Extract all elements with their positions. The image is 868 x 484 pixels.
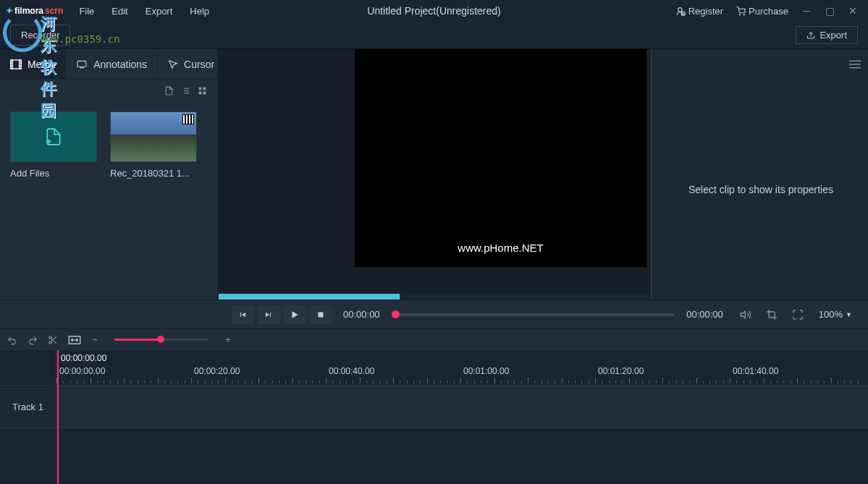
tick-mark [736,381,737,383]
fullscreen-button[interactable] [787,305,809,324]
tick-mark [669,381,670,383]
playback-bar: 00:00:00 00:00:00 100% ▼ [0,300,868,328]
undo-button[interactable] [7,335,20,345]
list-view-icon[interactable] [181,86,190,95]
register-link[interactable]: Register [672,4,728,18]
track-row[interactable]: Track 1 [0,385,868,428]
tick-mark [360,378,361,383]
tick-mark [434,381,434,383]
next-frame-button[interactable] [258,305,279,324]
preview-zoom[interactable]: 100% ▼ [813,309,858,320]
tick-mark [447,381,447,383]
stop-button[interactable] [310,305,332,324]
tick-mark [340,381,340,383]
crop-button[interactable] [761,305,783,324]
tick-mark [487,381,488,383]
menu-export[interactable]: Export [138,3,180,20]
media-clip-thumb [110,111,197,162]
current-time: 00:00:00 [336,309,387,320]
add-files-thumb [10,111,97,162]
timeline-ruler[interactable]: 00:00:00.00 00:00:00.00 00:00:20.00 00:0… [0,350,868,385]
svg-rect-18 [199,87,202,90]
ruler-ticks: 00:00:00.00 00:00:20.00 00:00:40.00 00:0… [56,366,868,383]
redo-button[interactable] [28,335,41,345]
tick-mark [589,381,589,383]
add-files-label: Add Files [10,168,97,179]
close-button[interactable]: ✕ [843,4,862,18]
tick-mark [542,381,542,383]
tick-mark [716,381,717,383]
cursor-icon [168,59,178,69]
preview-zoom-value: 100% [819,309,843,320]
seek-bar[interactable] [392,313,675,316]
media-clip-item[interactable]: Rec_20180321 1... [110,111,197,179]
media-grid: Add Files Rec_20180321 1... [0,101,217,189]
zoom-out-button[interactable]: − [88,334,101,345]
svg-point-2 [739,14,740,14]
cut-button[interactable] [48,335,61,345]
zoom-slider[interactable] [114,339,208,341]
fit-button[interactable] [68,335,81,345]
tick-label: 00:01:40.00 [733,366,778,376]
play-button[interactable] [284,305,306,324]
export-label: Export [819,30,847,41]
tick-mark [252,381,253,383]
track-header-col [0,350,56,385]
tick-mark [649,381,649,383]
zoom-slider-fill [114,339,157,341]
tick-mark [407,381,408,383]
recorder-button[interactable]: Recorder [10,25,70,46]
tick-mark [279,381,279,383]
media-clip-label: Rec_20180321 1... [110,168,197,179]
tick-mark [285,381,286,383]
tick-mark [198,381,198,383]
tab-cursor[interactable]: Cursor [158,49,225,79]
zoom-in-button[interactable]: + [222,334,235,345]
menu-help[interactable]: Help [182,3,216,20]
seek-handle[interactable] [392,310,400,318]
tab-annotations-label: Annotations [93,59,147,70]
add-files-item[interactable]: Add Files [10,111,97,179]
preview-canvas[interactable]: www.pHome.NET [219,49,652,300]
tick-mark [205,381,206,383]
menu-icon[interactable] [849,60,861,69]
view-toolbar [0,80,217,101]
tab-cursor-label: Cursor [184,59,214,70]
filmstrip-icon [182,114,194,124]
volume-button[interactable] [735,305,757,324]
left-panel: Media Annotations Cursor Add Files [0,49,217,300]
minimize-button[interactable]: ─ [797,4,816,18]
menu-file[interactable]: File [72,3,101,20]
tick-label: 00:01:00.00 [463,366,509,376]
brand-text2: scrn [45,6,63,16]
tick-mark [144,381,145,383]
tick-label: 00:00:00.00 [59,366,105,376]
menu-edit[interactable]: Edit [104,3,135,20]
tick-label: 00:00:20.00 [194,366,240,376]
tick-mark [581,381,582,383]
tick-mark [609,381,610,383]
tick-mark [306,381,306,383]
timeline-toolbar: − + [0,328,868,350]
prev-frame-button[interactable] [232,305,253,324]
svg-line-32 [54,341,56,343]
menubar: File Edit Export Help [72,3,216,20]
svg-rect-27 [319,312,324,317]
tab-annotations[interactable]: Annotations [66,49,158,79]
zoom-slider-handle[interactable] [157,336,164,343]
user-icon [676,7,686,16]
grid-view-icon[interactable] [198,86,207,95]
tick-mark [831,378,832,383]
main-row: Media Annotations Cursor Add Files [0,49,868,300]
export-button[interactable]: Export [796,26,858,44]
purchase-link[interactable]: Purchase [732,4,793,18]
preview-scrollbar[interactable] [219,294,651,300]
maximize-button[interactable]: ▢ [820,4,839,18]
tick-mark [272,381,273,383]
preview-scrollbar-thumb[interactable] [219,294,400,300]
track-body[interactable] [56,386,868,428]
tick-mark [791,381,791,383]
import-icon[interactable] [164,86,174,95]
tick-mark [185,381,185,383]
tab-media[interactable]: Media [0,49,66,79]
